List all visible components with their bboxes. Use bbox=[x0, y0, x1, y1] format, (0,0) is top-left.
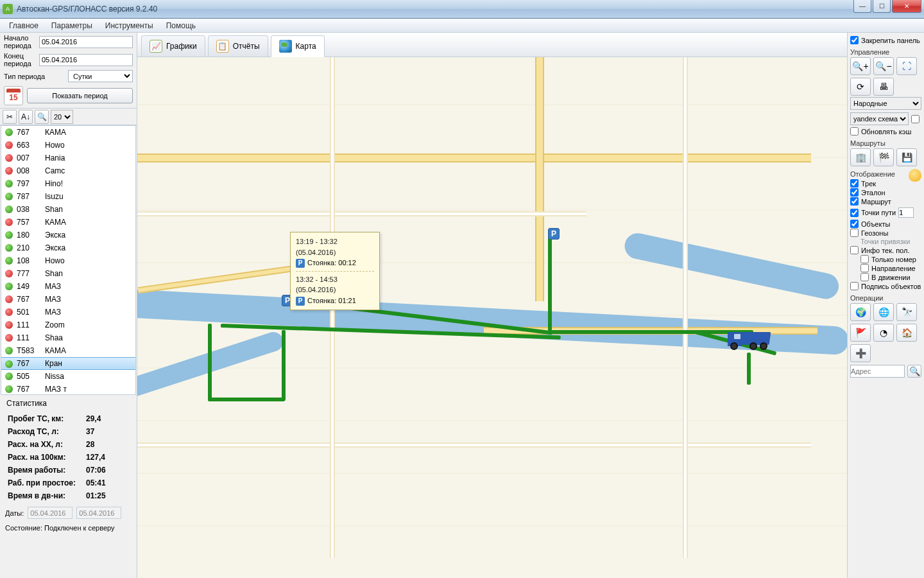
locate-icon[interactable]: ⟳ bbox=[850, 78, 871, 96]
vehicle-row[interactable]: 757КАМА bbox=[1, 216, 135, 229]
vehicle-row[interactable]: 767КАМА bbox=[1, 126, 135, 139]
tab-graphs[interactable]: 📈Графики bbox=[141, 35, 205, 57]
vehicle-row[interactable]: 210Экска bbox=[1, 241, 135, 254]
vehicle-name: Nissa bbox=[45, 372, 64, 381]
moving-check[interactable]: В движении bbox=[850, 273, 921, 281]
period-end-input[interactable] bbox=[39, 54, 133, 66]
address-input[interactable] bbox=[850, 365, 905, 378]
route-check[interactable]: Маршрут bbox=[850, 197, 921, 206]
op-btn-5[interactable]: ◔ bbox=[873, 324, 894, 342]
minimize-button[interactable]: — bbox=[853, 0, 871, 13]
left-panel: Начало периода Конец периода Тип периода… bbox=[0, 33, 137, 578]
stat-key: Раб. при простое: bbox=[8, 477, 85, 489]
vehicle-row[interactable]: 797Hino! bbox=[1, 177, 135, 190]
status-dot bbox=[5, 372, 13, 380]
calendar-icon[interactable]: 15 bbox=[4, 86, 23, 105]
period-type-select[interactable]: Сутки bbox=[68, 70, 133, 82]
objects-check[interactable]: Объекты bbox=[850, 220, 921, 228]
tool-sort-icon[interactable]: A↓ bbox=[19, 110, 33, 124]
window-title: Автоскан-GPS/ГЛОНАСС версия 9.2.40 bbox=[17, 4, 157, 13]
vehicle-row[interactable]: 663Howo bbox=[1, 139, 135, 152]
vehicle-number: 108 bbox=[17, 256, 45, 265]
vehicle-row[interactable]: 038Shan bbox=[1, 203, 135, 216]
route-btn-1[interactable]: 🏢 bbox=[850, 148, 871, 166]
vehicle-row[interactable]: 008Camc bbox=[1, 164, 135, 177]
vehicle-row[interactable]: 111Shaa bbox=[1, 331, 135, 344]
period-start-input[interactable] bbox=[39, 36, 133, 48]
route-save-icon[interactable]: 💾 bbox=[896, 148, 917, 166]
vehicle-row[interactable]: 767МАЗ bbox=[1, 293, 135, 306]
vehicle-row[interactable]: 767МАЗ т bbox=[1, 383, 135, 395]
tab-map[interactable]: Карта bbox=[271, 35, 325, 57]
vehicle-number: 767 bbox=[17, 359, 45, 368]
op-btn-7[interactable]: ➕ bbox=[850, 344, 871, 362]
tabs: 📈Графики 📋Отчёты Карта bbox=[137, 33, 847, 57]
globe-icon bbox=[279, 40, 292, 53]
show-period-button[interactable]: Показать период bbox=[27, 88, 133, 103]
close-button[interactable]: ✕ bbox=[892, 0, 921, 13]
refresh-cache-check[interactable]: Обновлять кэш bbox=[850, 127, 921, 136]
zoom-in-icon[interactable]: 🔍+ bbox=[850, 57, 871, 75]
vehicle-row[interactable]: 111Zoom bbox=[1, 319, 135, 331]
waypoints-check[interactable]: Точки пути bbox=[850, 209, 896, 217]
print-icon[interactable]: 🖶 bbox=[873, 78, 894, 96]
waypoints-count[interactable] bbox=[898, 207, 914, 218]
layer-group-select[interactable]: Народные bbox=[850, 97, 921, 110]
vehicle-row[interactable]: 767Кран bbox=[1, 357, 135, 370]
direction-check[interactable]: Направление bbox=[850, 264, 921, 272]
geozones-check[interactable]: Геозоны bbox=[850, 229, 921, 237]
vehicle-row[interactable]: 501МАЗ bbox=[1, 306, 135, 319]
vehicle-number: 038 bbox=[17, 205, 45, 214]
parking-marker[interactable]: P bbox=[548, 228, 560, 240]
obj-labels-check[interactable]: Подпись объектов bbox=[850, 282, 921, 290]
op-btn-2[interactable]: 🌐 bbox=[873, 303, 894, 321]
op-btn-1[interactable]: 🌍 bbox=[850, 303, 871, 321]
vehicle-list[interactable]: 767КАМА663Howo007Hania008Camc797Hino!787… bbox=[1, 125, 136, 395]
only-number-check[interactable]: Только номер bbox=[850, 255, 921, 263]
vehicle-row[interactable]: 149МАЗ bbox=[1, 280, 135, 293]
vehicle-name: КАМА bbox=[45, 218, 66, 227]
menu-main[interactable]: Главное bbox=[3, 19, 45, 32]
tool-zoom-icon[interactable]: 🔍 bbox=[35, 110, 49, 124]
menubar: Главное Параметры Инструменты Помощь bbox=[0, 19, 924, 33]
map-canvas[interactable]: P P 13:19 - 13:32 (05.04.2016) PСтоянка:… bbox=[137, 57, 847, 578]
route-btn-2[interactable]: 🏁 bbox=[873, 148, 894, 166]
zoom-out-icon[interactable]: 🔍− bbox=[873, 57, 894, 75]
menu-params[interactable]: Параметры bbox=[45, 19, 99, 32]
address-search-icon[interactable]: 🔍 bbox=[907, 365, 921, 378]
tile-provider-select[interactable]: yandex схема bbox=[850, 112, 909, 125]
menu-help[interactable]: Помощь bbox=[160, 19, 202, 32]
vehicle-row[interactable]: 007Hania bbox=[1, 152, 135, 164]
vehicle-row[interactable]: 108Howo bbox=[1, 254, 135, 267]
maximize-button[interactable]: ☐ bbox=[873, 0, 891, 13]
vehicle-row[interactable]: 505Nissa bbox=[1, 370, 135, 383]
zoom-level-select[interactable]: 20 bbox=[51, 110, 73, 124]
status-value: Подключен к серверу bbox=[44, 524, 114, 532]
vehicle-name: Zoom bbox=[45, 320, 65, 329]
etalon-check[interactable]: Эталон bbox=[850, 188, 921, 197]
cur-info-check[interactable]: Инфо тек. пол. bbox=[850, 246, 921, 254]
vehicle-row[interactable]: 787Isuzu bbox=[1, 190, 135, 203]
hint-icon[interactable] bbox=[909, 169, 921, 182]
vehicle-number: 777 bbox=[17, 269, 45, 278]
op-btn-3[interactable]: 🔭 bbox=[896, 303, 917, 321]
status-dot bbox=[5, 128, 13, 136]
vehicle-row[interactable]: Т583КАМА bbox=[1, 344, 135, 357]
vehicle-name: Shan bbox=[45, 269, 63, 278]
fullscreen-icon[interactable]: ⛶ bbox=[896, 57, 917, 75]
menu-tools[interactable]: Инструменты bbox=[99, 19, 160, 32]
vehicle-row[interactable]: 180Экска bbox=[1, 229, 135, 241]
op-btn-6[interactable]: 🏠 bbox=[896, 324, 917, 342]
track-check[interactable]: Трек bbox=[850, 179, 909, 188]
vehicle-name: Shan bbox=[45, 205, 63, 214]
tab-reports[interactable]: 📋Отчёты bbox=[208, 35, 268, 57]
tool-wrench-icon[interactable]: ✂ bbox=[3, 110, 17, 124]
vehicle-icon[interactable] bbox=[728, 327, 773, 350]
vehicle-row[interactable]: 777Shan bbox=[1, 267, 135, 280]
pin-panel-check[interactable]: Закрепить панель bbox=[850, 36, 921, 44]
op-btn-4[interactable]: 🚩 bbox=[850, 324, 871, 342]
section-routes: Маршруты bbox=[850, 139, 921, 147]
status-dot bbox=[5, 295, 13, 303]
status-dot bbox=[5, 193, 13, 200]
tile-extra-check[interactable] bbox=[911, 115, 920, 123]
